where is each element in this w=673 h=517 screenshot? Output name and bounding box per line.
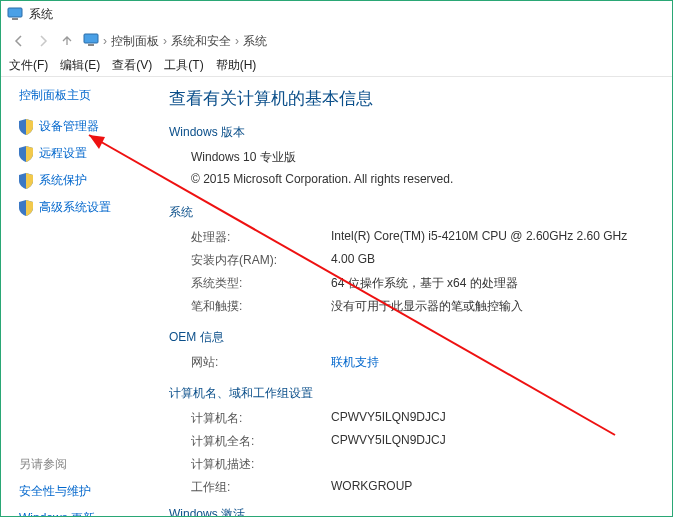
menu-file[interactable]: 文件(F): [3, 57, 54, 74]
breadcrumb[interactable]: › 控制面板 › 系统和安全 › 系统: [83, 33, 267, 50]
oem-site-link[interactable]: 联机支持: [331, 354, 660, 371]
nav-up-icon[interactable]: [57, 31, 77, 51]
full-name-value: CPWVY5ILQN9DJCJ: [331, 433, 660, 450]
processor-value: Intel(R) Core(TM) i5-4210M CPU @ 2.60GHz…: [331, 229, 660, 246]
system-icon: [7, 6, 23, 22]
sidebar-item-advanced-settings[interactable]: 高级系统设置: [19, 199, 147, 216]
copyright: © 2015 Microsoft Corporation. All rights…: [169, 172, 660, 186]
svg-rect-1: [12, 18, 18, 20]
chevron-right-icon: ›: [103, 34, 107, 48]
row-type: 系统类型: 64 位操作系统，基于 x64 的处理器: [169, 275, 660, 292]
svg-rect-3: [88, 44, 94, 46]
row-ram: 安装内存(RAM): 4.00 GB: [169, 252, 660, 269]
pen-value: 没有可用于此显示器的笔或触控输入: [331, 298, 660, 315]
breadcrumb-leaf[interactable]: 系统: [243, 33, 267, 50]
main: 控制面板主页 设备管理器 远程设置 系统保护 高级系统设置 另请参阅 安全性与维…: [1, 77, 672, 517]
chevron-right-icon: ›: [163, 34, 167, 48]
row-processor: 处理器: Intel(R) Core(TM) i5-4210M CPU @ 2.…: [169, 229, 660, 246]
section-edition: Windows 版本: [169, 124, 660, 141]
chevron-right-icon: ›: [235, 34, 239, 48]
content: 查看有关计算机的基本信息 Windows 版本 Windows 10 专业版 ©…: [159, 77, 672, 517]
workgroup-label: 工作组:: [191, 479, 331, 496]
menu-edit[interactable]: 编辑(E): [54, 57, 106, 74]
shield-icon: [19, 173, 33, 189]
sidebar-item-system-protection[interactable]: 系统保护: [19, 172, 147, 189]
shield-icon: [19, 119, 33, 135]
workgroup-value: WORKGROUP: [331, 479, 660, 496]
type-label: 系统类型:: [191, 275, 331, 292]
section-oem: OEM 信息: [169, 329, 660, 346]
see-also-security[interactable]: 安全性与维护: [19, 483, 147, 500]
type-value: 64 位操作系统，基于 x64 的处理器: [331, 275, 660, 292]
menu-view[interactable]: 查看(V): [106, 57, 158, 74]
edition-value: Windows 10 专业版: [169, 149, 660, 166]
menu-help[interactable]: 帮助(H): [210, 57, 263, 74]
full-name-label: 计算机全名:: [191, 433, 331, 450]
see-also-update[interactable]: Windows 更新: [19, 510, 147, 517]
pen-label: 笔和触摸:: [191, 298, 331, 315]
processor-label: 处理器:: [191, 229, 331, 246]
breadcrumb-root[interactable]: 控制面板: [111, 33, 159, 50]
svg-rect-0: [8, 8, 22, 17]
section-system: 系统: [169, 204, 660, 221]
description-label: 计算机描述:: [191, 456, 331, 473]
oem-site-label: 网站:: [191, 354, 331, 371]
sidebar-item-remote-settings[interactable]: 远程设置: [19, 145, 147, 162]
window-title: 系统: [29, 6, 53, 23]
row-description: 计算机描述:: [169, 456, 660, 473]
shield-icon: [19, 146, 33, 162]
sidebar-item-label: 高级系统设置: [39, 199, 111, 216]
row-workgroup: 工作组: WORKGROUP: [169, 479, 660, 496]
row-computer-name: 计算机名: CPWVY5ILQN9DJCJ: [169, 410, 660, 427]
sidebar-item-label: 远程设置: [39, 145, 87, 162]
navbar: › 控制面板 › 系统和安全 › 系统: [1, 27, 672, 55]
computer-name-value: CPWVY5ILQN9DJCJ: [331, 410, 660, 427]
row-pen: 笔和触摸: 没有可用于此显示器的笔或触控输入: [169, 298, 660, 315]
svg-rect-2: [84, 34, 98, 43]
nav-back-icon[interactable]: [9, 31, 29, 51]
section-domain: 计算机名、域和工作组设置: [169, 385, 660, 402]
row-oem-site: 网站: 联机支持: [169, 354, 660, 371]
description-value: [331, 456, 660, 473]
sidebar-item-label: 设备管理器: [39, 118, 99, 135]
control-panel-home-link[interactable]: 控制面板主页: [19, 87, 147, 104]
menubar: 文件(F) 编辑(E) 查看(V) 工具(T) 帮助(H): [1, 55, 672, 77]
sidebar-item-device-manager[interactable]: 设备管理器: [19, 118, 147, 135]
page-title: 查看有关计算机的基本信息: [169, 87, 660, 110]
sidebar-item-label: 系统保护: [39, 172, 87, 189]
ram-label: 安装内存(RAM):: [191, 252, 331, 269]
menu-tools[interactable]: 工具(T): [158, 57, 209, 74]
sidebar: 控制面板主页 设备管理器 远程设置 系统保护 高级系统设置 另请参阅 安全性与维…: [1, 77, 159, 517]
nav-forward-icon[interactable]: [33, 31, 53, 51]
breadcrumb-mid[interactable]: 系统和安全: [171, 33, 231, 50]
row-full-name: 计算机全名: CPWVY5ILQN9DJCJ: [169, 433, 660, 450]
ram-value: 4.00 GB: [331, 252, 660, 269]
system-icon: [83, 33, 99, 50]
titlebar: 系统: [1, 1, 672, 27]
see-also-header: 另请参阅: [19, 456, 147, 473]
computer-name-label: 计算机名:: [191, 410, 331, 427]
shield-icon: [19, 200, 33, 216]
section-activation: Windows 激活: [169, 506, 660, 517]
